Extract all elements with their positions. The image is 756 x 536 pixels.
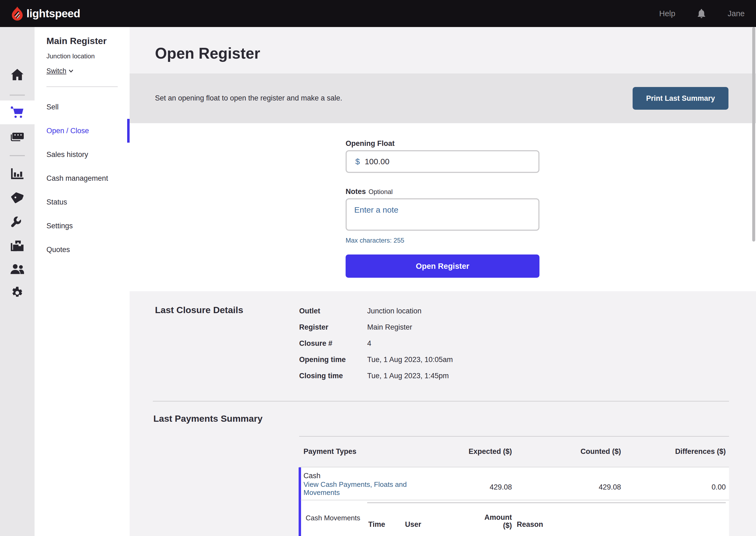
open-register-button[interactable]: Open Register — [346, 254, 540, 278]
active-indicator-bar — [127, 119, 130, 143]
setup-wrench-icon[interactable] — [0, 210, 35, 233]
last-payments-heading: Last Payments Summary — [153, 413, 263, 424]
cash-difference-value: 0.00 — [650, 483, 726, 491]
sell-cart-icon[interactable] — [0, 100, 35, 124]
movements-col-amount: Amount ($) — [480, 513, 512, 529]
closure-detail-label: Closure # — [299, 339, 332, 348]
opening-float-input[interactable] — [365, 157, 516, 166]
rail-divider — [10, 94, 25, 96]
movements-col-time: Time — [368, 520, 385, 529]
closure-detail-value: Tue, 1 Aug 2023, 10:05am — [367, 355, 453, 364]
table-body — [299, 467, 729, 536]
register-name: Main Register — [47, 36, 107, 46]
currency-symbol: $ — [355, 157, 360, 166]
banner-message: Set an opening float to open the registe… — [155, 94, 342, 102]
menu-item-quotes[interactable]: Quotes — [35, 238, 130, 261]
reporting-chart-icon[interactable] — [0, 162, 35, 186]
menu-item-cash-management[interactable]: Cash management — [35, 166, 130, 190]
app-window: lightspeed Help Jane — [0, 0, 756, 536]
cash-counted-value: 429.08 — [556, 483, 621, 491]
inventory-boxes-icon[interactable] — [0, 234, 35, 258]
notifications-bell-icon[interactable] — [697, 8, 706, 18]
closure-detail-value: Tue, 1 Aug 2023, 1:45pm — [367, 372, 449, 380]
user-menu[interactable]: Jane — [728, 9, 745, 18]
cash-movements-label: Cash Movements — [306, 514, 360, 522]
chevron-down-icon — [69, 69, 74, 73]
menu-item-sales-history[interactable]: Sales history — [35, 143, 130, 166]
rail-divider — [10, 155, 25, 156]
col-header-expected: Expected ($) — [458, 448, 512, 456]
notes-label: NotesOptional — [346, 187, 393, 196]
settings-gear-icon[interactable] — [0, 281, 35, 305]
menu-item-open-close[interactable]: Open / Close — [35, 119, 130, 143]
section-divider — [153, 401, 729, 401]
closure-detail-value: 4 — [367, 339, 371, 348]
vertical-scrollbar-thumb[interactable] — [752, 27, 755, 242]
menu-item-settings[interactable]: Settings — [35, 214, 130, 238]
lightspeed-flame-icon — [12, 7, 23, 20]
movements-col-reason: Reason — [517, 520, 543, 529]
closure-detail-value: Main Register — [367, 323, 412, 331]
col-header-payment-types: Payment Types — [303, 448, 357, 456]
closure-detail-label: Register — [299, 323, 328, 331]
expand-sidebar-icon[interactable] — [0, 531, 35, 536]
payment-type-cash: Cash — [303, 472, 321, 480]
help-link[interactable]: Help — [659, 9, 675, 18]
icon-rail — [0, 27, 35, 536]
topbar: lightspeed Help Jane — [0, 0, 756, 27]
col-header-counted: Counted ($) — [556, 448, 621, 456]
info-banner: Set an opening float to open the registe… — [130, 74, 756, 123]
cash-expected-value: 429.08 — [458, 483, 512, 491]
closure-detail-value: Junction location — [367, 307, 422, 315]
sidebar-divider — [47, 86, 118, 87]
last-closure-heading: Last Closure Details — [155, 305, 243, 315]
brand-wordmark: lightspeed — [26, 7, 80, 20]
notes-optional-hint: Optional — [368, 188, 393, 195]
brand-logo: lightspeed — [12, 7, 80, 20]
home-icon[interactable] — [0, 63, 35, 86]
notes-textarea[interactable] — [346, 198, 540, 231]
movements-col-user: User — [405, 520, 421, 529]
catalog-tag-icon[interactable] — [0, 186, 35, 210]
view-cash-payments-link[interactable]: View Cash Payments, Floats and Movements — [303, 480, 414, 496]
print-last-summary-button[interactable]: Print Last Summary — [633, 87, 729, 110]
movements-table-border — [367, 502, 726, 503]
register-icon[interactable] — [0, 125, 35, 149]
outlet-name: Junction location — [47, 52, 95, 60]
closure-detail-label: Opening time — [299, 355, 346, 364]
table-top-border — [299, 436, 729, 437]
row-accent-bar — [299, 467, 301, 536]
page-title: Open Register — [155, 44, 260, 62]
opening-float-label: Opening Float — [346, 139, 395, 148]
switch-register-link[interactable]: Switch — [47, 67, 74, 75]
col-header-differences: Differences ($) — [650, 448, 726, 456]
max-characters-hint: Max characters: 255 — [346, 237, 404, 244]
open-register-form: Opening Float $ NotesOptional Max charac… — [346, 123, 540, 291]
opening-float-field: $ — [346, 150, 540, 173]
closure-detail-label: Outlet — [299, 307, 320, 315]
customers-people-icon[interactable] — [0, 257, 35, 281]
table-row-separator — [301, 500, 729, 500]
closure-detail-label: Closing time — [299, 372, 343, 380]
menu-item-status[interactable]: Status — [35, 190, 130, 214]
register-sidebar: Main Register Junction location Switch S… — [35, 27, 130, 536]
page-header: Open Register — [130, 27, 756, 74]
menu-item-sell[interactable]: Sell — [35, 95, 130, 119]
register-menu: Sell Open / Close Sales history Cash man… — [35, 95, 130, 261]
